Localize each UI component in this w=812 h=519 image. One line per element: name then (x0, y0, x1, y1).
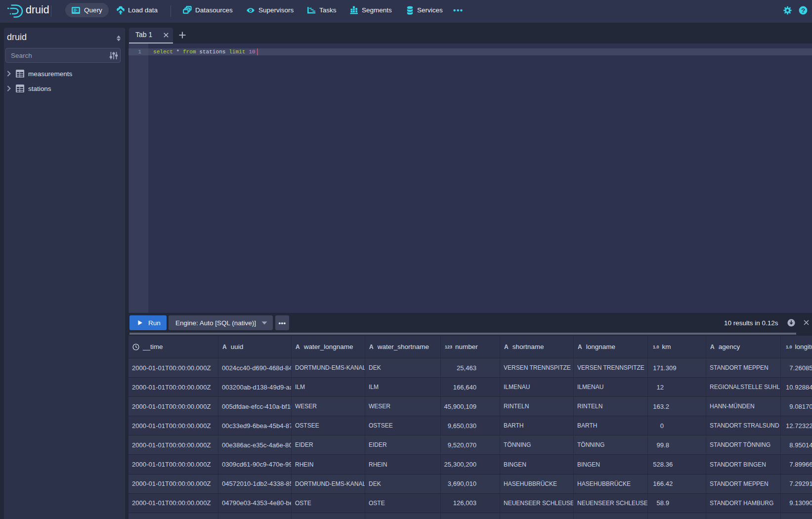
svg-text:?: ? (801, 7, 805, 14)
